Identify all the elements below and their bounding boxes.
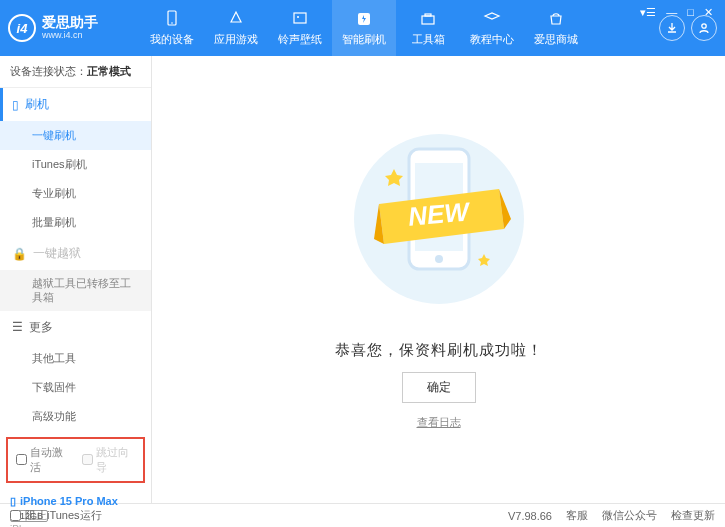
success-message: 恭喜您，保资料刷机成功啦！ (335, 341, 543, 360)
view-log-link[interactable]: 查看日志 (417, 415, 461, 430)
store-icon (546, 9, 566, 29)
svg-point-1 (171, 22, 173, 24)
device-phone-icon: ▯ (10, 495, 16, 508)
sidebar-item-advanced[interactable]: 高级功能 (0, 402, 151, 431)
logo: i4 爱思助手 www.i4.cn (8, 14, 140, 42)
svg-rect-5 (422, 16, 434, 24)
toolbox-icon (418, 9, 438, 29)
skip-wizard-checkbox[interactable]: 跳过向导 (82, 445, 136, 475)
svg-text:NEW: NEW (407, 196, 472, 231)
menu-lines-icon: ☰ (12, 320, 23, 334)
lock-icon: 🔒 (12, 247, 27, 261)
options-box: 自动激活 跳过向导 (6, 437, 145, 483)
sidebar-item-other[interactable]: 其他工具 (0, 344, 151, 373)
sidebar-item-oneclick[interactable]: 一键刷机 (0, 121, 151, 150)
brand-title: 爱思助手 (42, 15, 98, 30)
nav-store[interactable]: 爱思商城 (524, 0, 588, 56)
maximize-icon[interactable]: □ (687, 6, 694, 19)
block-itunes-checkbox[interactable]: 阻止iTunes运行 (10, 508, 102, 523)
tutorial-icon (482, 9, 502, 29)
svg-point-7 (702, 24, 706, 28)
svg-point-11 (435, 255, 443, 263)
sidebar-section-more[interactable]: ☰ 更多 (0, 311, 151, 344)
success-illustration: NEW (369, 129, 509, 329)
brand-url: www.i4.cn (42, 31, 98, 41)
minimize-icon[interactable]: — (666, 6, 677, 19)
logo-icon: i4 (8, 14, 36, 42)
connection-status: 设备连接状态：正常模式 (0, 56, 151, 88)
titlebar: i4 爱思助手 www.i4.cn 我的设备 应用游戏 铃声壁纸 智能刷机 工具… (0, 0, 725, 56)
nav-ringtones[interactable]: 铃声壁纸 (268, 0, 332, 56)
svg-rect-2 (294, 13, 306, 23)
sidebar-section-flash[interactable]: ▯ 刷机 (0, 88, 151, 121)
sidebar-item-batch[interactable]: 批量刷机 (0, 208, 151, 237)
jailbreak-note: 越狱工具已转移至工具箱 (0, 270, 151, 311)
nav-toolbox[interactable]: 工具箱 (396, 0, 460, 56)
sidebar: 设备连接状态：正常模式 ▯ 刷机 一键刷机 iTunes刷机 专业刷机 批量刷机… (0, 56, 152, 503)
flash-icon (354, 9, 374, 29)
device-icon (162, 9, 182, 29)
sidebar-item-itunes[interactable]: iTunes刷机 (0, 150, 151, 179)
auto-activate-checkbox[interactable]: 自动激活 (16, 445, 70, 475)
top-nav: 我的设备 应用游戏 铃声壁纸 智能刷机 工具箱 教程中心 爱思商城 (140, 0, 588, 56)
sidebar-section-jailbreak: 🔒 一键越狱 (0, 237, 151, 270)
version-label: V7.98.66 (508, 510, 552, 522)
phone-icon: ▯ (12, 98, 19, 112)
menu-icon[interactable]: ▾☰ (640, 6, 656, 19)
footer-wechat[interactable]: 微信公众号 (602, 508, 657, 523)
nav-apps[interactable]: 应用游戏 (204, 0, 268, 56)
ok-button[interactable]: 确定 (402, 372, 476, 403)
svg-rect-6 (425, 14, 431, 16)
footer-update[interactable]: 检查更新 (671, 508, 715, 523)
nav-flash[interactable]: 智能刷机 (332, 0, 396, 56)
main-content: NEW 恭喜您，保资料刷机成功啦！ 确定 查看日志 (152, 56, 725, 503)
nav-my-device[interactable]: 我的设备 (140, 0, 204, 56)
sidebar-item-firmware[interactable]: 下载固件 (0, 373, 151, 402)
svg-point-3 (297, 16, 299, 18)
close-icon[interactable]: ✕ (704, 6, 713, 19)
apps-icon (226, 9, 246, 29)
footer-support[interactable]: 客服 (566, 508, 588, 523)
nav-tutorials[interactable]: 教程中心 (460, 0, 524, 56)
wallpaper-icon (290, 9, 310, 29)
sidebar-item-pro[interactable]: 专业刷机 (0, 179, 151, 208)
